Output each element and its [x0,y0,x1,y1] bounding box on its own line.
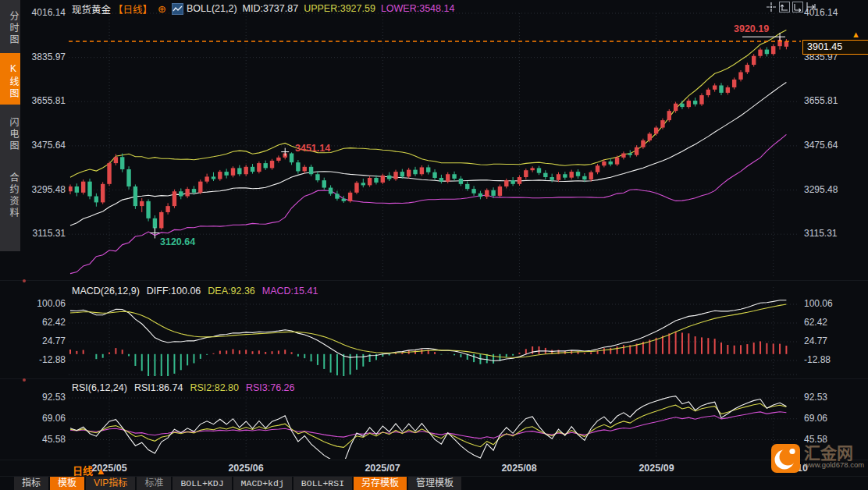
toolbar-item-8[interactable]: 另存模板 [354,477,407,490]
main-axis-label-right: 3115.31 [804,228,838,239]
pane-collapse-handle[interactable] [23,279,26,282]
chart-toolbox [766,2,816,12]
main-axis-label-left: 3835.97 [22,51,66,62]
rsi2-value: RSI2:82.80 [190,382,239,393]
period-tag[interactable]: 【日线】 [113,2,152,16]
toolbar-item-4[interactable]: 标准 [137,477,171,490]
low-price-annotation: 3120.64 [160,236,195,247]
rsi3-value: RSI3:76.26 [246,382,295,393]
main-axis-label-left: 4016.14 [22,7,66,18]
rsi-axis-label-left: 45.58 [22,434,66,445]
app-root: { "header": { "symbol": "现货黄金", "period"… [0,0,868,490]
zoom-y-icon[interactable] [779,2,790,12]
add-compare-icon[interactable]: ⊕ [158,3,166,15]
peak-price-annotation: 3451.14 [295,143,330,154]
rsi-lines [70,396,786,463]
rsi1-value: RSI1:86.74 [134,382,183,393]
boll-upper-value: UPPER:3927.59 [304,3,375,14]
macd-value: MACD:15.41 [262,286,318,296]
rsi-axis-label-left: 69.06 [22,413,66,424]
period-label: 日线 [73,465,93,477]
boll-mid-value: MID:3737.87 [243,3,299,14]
toolbar-item-7[interactable]: BOLL+RSI [293,477,352,490]
macd-pane-header: MACD(26,12,9) DIFF:100.06 DEA:92.36 MACD… [72,286,318,296]
period-dropdown-arrow-icon: ▲ [96,465,106,477]
toolbar-item-9[interactable]: 管理模板 [408,477,461,490]
chart-header: 现货黄金 【日线】 ⊕ BOLL(21,2) MID:3737.87 UPPER… [72,2,454,16]
x-axis-label: 2025/07 [355,463,410,474]
price-up-arrow-icon: ▲ [852,30,860,39]
boll-chart-icon[interactable] [172,3,183,15]
macd-dea-value: DEA:92.36 [208,286,254,296]
rsi-axis-label-right: 45.58 [804,434,827,445]
main-axis-label-left: 3475.64 [22,140,66,151]
crosshair-icon[interactable] [766,2,777,12]
sidebar-tab-3[interactable]: 闪电图 [0,106,20,158]
pan-right-icon[interactable] [806,2,816,12]
toolbar-item-5[interactable]: BOLL+KDJ [173,477,231,490]
toolbar-item-1[interactable]: 指标 [14,477,48,490]
x-axis-label: 2025/06 [219,463,273,474]
symbol-name: 现货黄金 [72,2,111,16]
candlestick-series [68,37,788,233]
macd-diff-value: DIFF:100.06 [147,286,201,296]
rsi-pane-header: RSI(6,12,24) RSI1:86.74 RSI2:82.80 RSI3:… [72,382,295,393]
macd-axis-label-left: 62.42 [22,317,66,328]
toolbar-item-6[interactable]: MACD+kdj [233,477,292,490]
high-price-annotation: 3920.19 [734,23,769,34]
macd-axis-label-right: 100.06 [804,298,833,309]
macd-axis-label-right: 62.42 [804,317,827,328]
left-sidebar: 分时图K线图闪电图合约资料 [0,0,20,251]
boll-lower-value: LOWER:3548.14 [381,3,455,14]
rsi-axis-label-left: 92.53 [22,392,66,403]
rsi-axis-label-right: 92.53 [804,392,827,403]
logo-url: www.gold678.com [804,460,864,469]
main-axis-label-right: 3655.81 [804,95,838,106]
logo-icon [771,444,800,476]
x-axis-label: 2025/08 [492,463,546,474]
site-logo: 汇金网 www.gold678.com [771,444,864,476]
main-axis-label-left: 3655.81 [22,95,66,106]
sidebar-tab-4[interactable]: 合约资料 [0,159,20,228]
main-axis-label-right: 3475.64 [804,140,838,151]
macd-axis-label-left: 100.06 [22,298,66,309]
macd-axis-label-right: -12.88 [804,354,831,365]
main-axis-label-right: 3295.48 [804,184,838,195]
toolbar-item-2[interactable]: 模板 [50,477,84,490]
macd-params-label: MACD(26,12,9) [72,286,140,296]
toolbar-item-3[interactable]: VIP指标 [86,477,135,490]
chart-canvas[interactable] [0,0,868,490]
rsi-axis-label-right: 69.06 [804,413,827,424]
boll-params-label: BOLL(21,2) [187,3,237,14]
x-axis-label: 2025/09 [629,463,684,474]
current-price-tag: 3901.45 [802,40,868,55]
macd-axis-label-left: -12.88 [22,354,66,365]
main-axis-label-left: 3115.31 [22,228,66,239]
main-axis-label-left: 3295.48 [22,184,66,195]
pane-collapse-handle[interactable] [23,378,26,382]
zoom-x-icon[interactable] [792,2,803,12]
macd-axis-label-left: 24.77 [22,336,66,346]
macd-histogram [70,332,786,385]
sidebar-tab-2[interactable]: K线图 [0,53,20,105]
period-selector[interactable]: 日线 ▲ [73,463,106,478]
extreme-markers [150,33,785,238]
sidebar-tab-1[interactable]: 分时图 [0,0,20,51]
rsi-params-label: RSI(6,12,24) [72,382,127,393]
bottom-toolbar: 指标模板VIP指标标准BOLL+KDJMACD+kdjBOLL+RSI另存模板管… [14,477,461,490]
macd-axis-label-right: 24.77 [804,336,827,346]
